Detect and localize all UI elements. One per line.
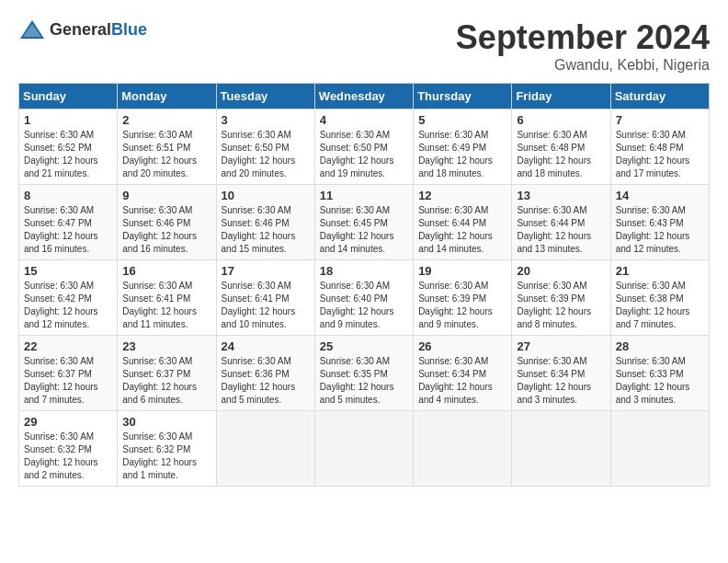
calendar-week-row: 29Sunrise: 6:30 AMSunset: 6:32 PMDayligh… bbox=[19, 411, 710, 487]
day-number: 7 bbox=[616, 113, 704, 127]
day-number: 22 bbox=[24, 339, 112, 353]
day-info: Sunrise: 6:30 AMSunset: 6:41 PMDaylight:… bbox=[122, 281, 197, 329]
day-info: Sunrise: 6:30 AMSunset: 6:49 PMDaylight:… bbox=[418, 130, 493, 178]
day-info: Sunrise: 6:30 AMSunset: 6:32 PMDaylight:… bbox=[122, 431, 197, 480]
day-number: 6 bbox=[517, 113, 605, 127]
calendar-cell: 14Sunrise: 6:30 AMSunset: 6:43 PMDayligh… bbox=[610, 185, 709, 260]
column-header-tuesday: Tuesday bbox=[216, 84, 314, 109]
day-number: 13 bbox=[517, 189, 605, 202]
calendar-cell: 25Sunrise: 6:30 AMSunset: 6:35 PMDayligh… bbox=[314, 336, 413, 411]
column-header-saturday: Saturday bbox=[610, 84, 709, 109]
day-info: Sunrise: 6:30 AMSunset: 6:46 PMDaylight:… bbox=[122, 205, 197, 254]
day-number: 3 bbox=[222, 113, 310, 127]
day-info: Sunrise: 6:30 AMSunset: 6:38 PMDaylight:… bbox=[616, 281, 690, 329]
day-number: 17 bbox=[222, 264, 310, 278]
day-info: Sunrise: 6:30 AMSunset: 6:50 PMDaylight:… bbox=[222, 130, 296, 178]
day-info: Sunrise: 6:30 AMSunset: 6:44 PMDaylight:… bbox=[517, 205, 591, 254]
day-info: Sunrise: 6:30 AMSunset: 6:39 PMDaylight:… bbox=[418, 281, 493, 329]
month-title: September 2024 bbox=[456, 18, 710, 57]
day-number: 27 bbox=[517, 339, 605, 353]
day-info: Sunrise: 6:30 AMSunset: 6:48 PMDaylight:… bbox=[616, 130, 690, 178]
calendar-cell: 22Sunrise: 6:30 AMSunset: 6:37 PMDayligh… bbox=[19, 336, 118, 411]
calendar-cell bbox=[512, 411, 610, 487]
day-info: Sunrise: 6:30 AMSunset: 6:34 PMDaylight:… bbox=[517, 356, 591, 405]
day-number: 2 bbox=[122, 113, 210, 127]
calendar-cell: 20Sunrise: 6:30 AMSunset: 6:39 PMDayligh… bbox=[512, 260, 610, 336]
calendar-cell: 13Sunrise: 6:30 AMSunset: 6:44 PMDayligh… bbox=[512, 185, 610, 260]
day-info: Sunrise: 6:30 AMSunset: 6:42 PMDaylight:… bbox=[24, 281, 98, 329]
day-info: Sunrise: 6:30 AMSunset: 6:45 PMDaylight:… bbox=[320, 205, 394, 254]
day-number: 19 bbox=[418, 264, 506, 278]
calendar-cell: 1Sunrise: 6:30 AMSunset: 6:52 PMDaylight… bbox=[19, 109, 118, 185]
calendar-cell: 30Sunrise: 6:30 AMSunset: 6:32 PMDayligh… bbox=[118, 411, 216, 487]
day-number: 28 bbox=[616, 339, 704, 353]
calendar-week-row: 8Sunrise: 6:30 AMSunset: 6:47 PMDaylight… bbox=[19, 185, 710, 260]
day-number: 21 bbox=[616, 264, 704, 278]
day-info: Sunrise: 6:30 AMSunset: 6:37 PMDaylight:… bbox=[122, 356, 197, 405]
calendar-cell: 17Sunrise: 6:30 AMSunset: 6:41 PMDayligh… bbox=[216, 260, 314, 336]
calendar-cell: 11Sunrise: 6:30 AMSunset: 6:45 PMDayligh… bbox=[314, 185, 413, 260]
day-number: 18 bbox=[320, 264, 408, 278]
calendar-table: SundayMondayTuesdayWednesdayThursdayFrid… bbox=[18, 83, 710, 487]
day-info: Sunrise: 6:30 AMSunset: 6:36 PMDaylight:… bbox=[222, 356, 296, 405]
title-area: September 2024 Gwandu, Kebbi, Nigeria bbox=[456, 18, 710, 74]
day-number: 23 bbox=[122, 339, 210, 353]
calendar-cell: 21Sunrise: 6:30 AMSunset: 6:38 PMDayligh… bbox=[610, 260, 709, 336]
calendar-cell: 15Sunrise: 6:30 AMSunset: 6:42 PMDayligh… bbox=[19, 260, 118, 336]
logo-general-text: General bbox=[50, 20, 111, 39]
day-number: 24 bbox=[222, 339, 310, 353]
day-number: 4 bbox=[320, 113, 408, 127]
day-info: Sunrise: 6:30 AMSunset: 6:47 PMDaylight:… bbox=[24, 205, 98, 254]
day-info: Sunrise: 6:30 AMSunset: 6:52 PMDaylight:… bbox=[24, 130, 98, 178]
day-info: Sunrise: 6:30 AMSunset: 6:41 PMDaylight:… bbox=[222, 281, 296, 329]
day-number: 16 bbox=[122, 264, 210, 278]
day-info: Sunrise: 6:30 AMSunset: 6:51 PMDaylight:… bbox=[122, 130, 197, 178]
day-number: 12 bbox=[418, 189, 506, 202]
calendar-week-row: 22Sunrise: 6:30 AMSunset: 6:37 PMDayligh… bbox=[19, 336, 710, 411]
logo-icon bbox=[18, 18, 46, 40]
day-number: 14 bbox=[616, 189, 704, 202]
calendar-cell: 9Sunrise: 6:30 AMSunset: 6:46 PMDaylight… bbox=[118, 185, 216, 260]
day-number: 26 bbox=[418, 339, 506, 353]
day-number: 5 bbox=[418, 113, 506, 127]
day-number: 10 bbox=[222, 189, 310, 202]
calendar-cell: 12Sunrise: 6:30 AMSunset: 6:44 PMDayligh… bbox=[414, 185, 512, 260]
day-info: Sunrise: 6:30 AMSunset: 6:46 PMDaylight:… bbox=[222, 205, 296, 254]
calendar-cell: 26Sunrise: 6:30 AMSunset: 6:34 PMDayligh… bbox=[414, 336, 512, 411]
calendar-cell: 6Sunrise: 6:30 AMSunset: 6:48 PMDaylight… bbox=[512, 109, 610, 185]
logo-blue-text: Blue bbox=[111, 20, 147, 39]
day-info: Sunrise: 6:30 AMSunset: 6:48 PMDaylight:… bbox=[517, 130, 591, 178]
calendar-cell: 28Sunrise: 6:30 AMSunset: 6:33 PMDayligh… bbox=[610, 336, 709, 411]
day-info: Sunrise: 6:30 AMSunset: 6:33 PMDaylight:… bbox=[616, 356, 690, 405]
calendar-cell: 7Sunrise: 6:30 AMSunset: 6:48 PMDaylight… bbox=[610, 109, 709, 185]
page-header: GeneralBlue September 2024 Gwandu, Kebbi… bbox=[18, 18, 710, 74]
logo: GeneralBlue bbox=[18, 18, 147, 40]
calendar-cell bbox=[314, 411, 413, 487]
day-number: 29 bbox=[24, 415, 112, 429]
day-info: Sunrise: 6:30 AMSunset: 6:32 PMDaylight:… bbox=[24, 431, 98, 480]
column-header-wednesday: Wednesday bbox=[314, 84, 413, 109]
column-header-thursday: Thursday bbox=[414, 84, 512, 109]
column-header-friday: Friday bbox=[512, 84, 610, 109]
calendar-cell: 5Sunrise: 6:30 AMSunset: 6:49 PMDaylight… bbox=[414, 109, 512, 185]
day-info: Sunrise: 6:30 AMSunset: 6:44 PMDaylight:… bbox=[418, 205, 493, 254]
calendar-cell: 19Sunrise: 6:30 AMSunset: 6:39 PMDayligh… bbox=[414, 260, 512, 336]
calendar-week-row: 1Sunrise: 6:30 AMSunset: 6:52 PMDaylight… bbox=[19, 109, 710, 185]
day-info: Sunrise: 6:30 AMSunset: 6:37 PMDaylight:… bbox=[24, 356, 98, 405]
column-header-monday: Monday bbox=[118, 84, 216, 109]
calendar-cell: 27Sunrise: 6:30 AMSunset: 6:34 PMDayligh… bbox=[512, 336, 610, 411]
calendar-week-row: 15Sunrise: 6:30 AMSunset: 6:42 PMDayligh… bbox=[19, 260, 710, 336]
day-info: Sunrise: 6:30 AMSunset: 6:35 PMDaylight:… bbox=[320, 356, 394, 405]
day-number: 30 bbox=[122, 415, 210, 429]
calendar-cell bbox=[414, 411, 512, 487]
day-info: Sunrise: 6:30 AMSunset: 6:40 PMDaylight:… bbox=[320, 281, 394, 329]
calendar-cell bbox=[610, 411, 709, 487]
column-header-sunday: Sunday bbox=[19, 84, 118, 109]
day-info: Sunrise: 6:30 AMSunset: 6:34 PMDaylight:… bbox=[418, 356, 493, 405]
calendar-cell: 10Sunrise: 6:30 AMSunset: 6:46 PMDayligh… bbox=[216, 185, 314, 260]
calendar-cell: 8Sunrise: 6:30 AMSunset: 6:47 PMDaylight… bbox=[19, 185, 118, 260]
day-info: Sunrise: 6:30 AMSunset: 6:39 PMDaylight:… bbox=[517, 281, 591, 329]
calendar-cell: 16Sunrise: 6:30 AMSunset: 6:41 PMDayligh… bbox=[118, 260, 216, 336]
calendar-cell: 29Sunrise: 6:30 AMSunset: 6:32 PMDayligh… bbox=[19, 411, 118, 487]
calendar-cell: 23Sunrise: 6:30 AMSunset: 6:37 PMDayligh… bbox=[118, 336, 216, 411]
